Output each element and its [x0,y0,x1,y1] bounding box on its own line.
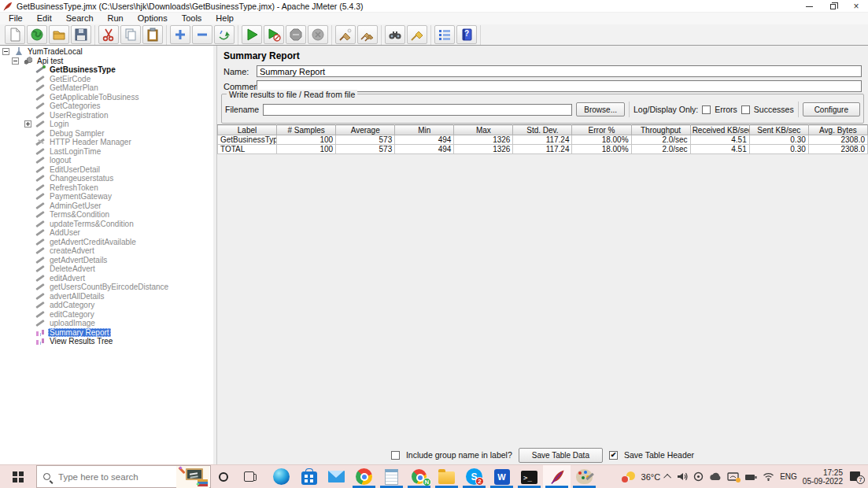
monitor-sync-icon[interactable] [727,472,739,482]
tree-expander-icon[interactable] [24,301,31,309]
chevron-up-icon[interactable] [663,474,671,482]
taskbar-jmeter-button[interactable] [543,465,571,488]
tree-item[interactable]: editAdvert [0,274,213,283]
save-table-header-checkbox[interactable]: ✔ [609,451,618,460]
tree-item[interactable]: HTTP Header Manager [0,138,213,147]
tree-expander-icon[interactable] [24,257,31,264]
tree-expander-icon[interactable] [24,338,31,345]
tree-item[interactable]: advertAllDetails [0,292,213,301]
paste-button[interactable] [142,25,163,44]
tree-item[interactable]: GetBusinessType [0,65,213,75]
onedrive-cloud-icon[interactable] [709,472,722,481]
tree-expander-icon[interactable] [24,112,31,119]
add-button[interactable] [170,25,190,44]
templates-button[interactable] [27,25,47,44]
cortana-button[interactable] [211,465,236,488]
clear-all-button[interactable] [357,25,378,44]
shutdown-button[interactable] [308,25,328,44]
taskbar-chrome-profile-button[interactable]: N [405,465,433,488]
tree-item[interactable]: View Results Tree [0,337,213,346]
tree-expander-icon[interactable] [24,102,31,109]
task-view-button[interactable] [236,465,261,488]
battery-icon[interactable] [744,473,757,481]
taskbar-explorer-button[interactable] [433,465,460,488]
include-group-checkbox[interactable] [391,451,400,460]
start-no-pauses-button[interactable] [264,25,284,44]
tree-expander-icon[interactable] [24,329,31,336]
start-menu-button[interactable] [0,465,36,488]
tree-expander-icon[interactable] [24,84,31,91]
filename-input[interactable] [263,104,572,116]
tree-item[interactable]: uploadImage [0,319,213,328]
minimize-button[interactable] [797,0,821,13]
tree-expander-icon[interactable] [24,184,31,191]
tree-expander-icon[interactable] [24,157,31,164]
tree-expander-icon[interactable] [24,139,31,146]
search-button[interactable] [385,25,405,44]
configure-button[interactable]: Configure [803,102,860,116]
tree-item[interactable]: Debug Sampler [0,129,213,139]
successes-checkbox[interactable] [741,105,750,114]
tree-item[interactable]: Summary Report [0,328,213,338]
tree-expander-icon[interactable] [24,265,31,272]
tree-expander-icon[interactable] [24,166,31,173]
tree-expander-icon[interactable] [24,76,31,83]
taskbar-skype-button[interactable]: S2 [460,465,488,488]
tree-expander-icon[interactable] [24,283,31,290]
save-table-data-button[interactable]: Save Table Data [519,448,603,463]
tree-item[interactable]: AdminGetUser [0,201,213,211]
tray-app-icon[interactable] [693,471,704,482]
name-input[interactable] [257,65,862,77]
close-button[interactable]: × [844,0,868,13]
tree-item[interactable]: DeleteAdvert [0,264,213,274]
tree-item[interactable]: LastLoginTime [0,147,213,157]
wifi-icon[interactable] [763,472,774,481]
menu-item[interactable]: Search [59,13,101,24]
tree-item[interactable]: editCategory [0,310,213,320]
tree-item[interactable]: getAdvertCreditAvailable [0,238,213,247]
menu-item[interactable]: Tools [175,13,209,24]
tree-item[interactable]: getUsersCountByEircodeDistance [0,283,213,292]
help-button[interactable]: ? [456,25,477,44]
taskbar-edge-button[interactable] [268,465,295,488]
function-helper-button[interactable] [434,25,455,44]
tree-item[interactable]: EditUserDetail [0,165,213,175]
tree-item[interactable]: Api test [0,57,213,66]
menu-item[interactable]: Options [131,13,175,24]
clock[interactable]: 17:25 05-09-2022 [803,468,843,486]
cut-button[interactable] [98,25,119,44]
tree-item[interactable]: createAdvert [0,246,213,256]
menu-item[interactable]: File [2,13,30,24]
remove-button[interactable] [192,25,212,44]
notification-center-button[interactable]: 7 [850,471,863,482]
tree-expander-icon[interactable] [24,148,31,155]
tree-expander-icon[interactable] [24,293,31,300]
tree-item[interactable]: YumTradeLocal [0,47,213,57]
tree-item[interactable]: Terms&Condition [0,210,213,220]
tree-expander-icon[interactable] [24,238,31,246]
volume-icon[interactable] [677,471,688,482]
taskbar-notepad-button[interactable] [378,465,405,488]
tree-expander-icon[interactable] [24,275,31,282]
search-highlight-image[interactable] [176,466,209,488]
tree-item[interactable]: GetApplicableToBusiness [0,93,213,102]
clear-button[interactable] [335,25,356,44]
tree-expander-icon[interactable] [24,130,31,137]
search-reset-button[interactable] [407,25,427,44]
tree-item[interactable]: GetEirCode [0,75,213,84]
menu-item[interactable]: Help [209,13,241,24]
tree-expander-icon[interactable] [24,220,31,227]
open-button[interactable] [49,25,69,44]
tree-item[interactable]: GetMaterPlan [0,83,213,93]
tree-expander-icon[interactable] [24,94,31,101]
tree-expander-icon[interactable] [24,193,31,200]
stop-button[interactable] [286,25,306,44]
tree-expander-icon[interactable] [24,320,31,327]
taskbar-store-button[interactable] [295,465,323,488]
tree-item[interactable]: getAdvertDetails [0,256,213,265]
taskbar-word-button[interactable]: W [488,465,515,488]
search-input[interactable] [57,471,176,482]
menu-item[interactable]: Edit [30,13,59,24]
tree-item[interactable]: AddUser [0,228,213,238]
tree-item[interactable]: logout [0,156,213,165]
